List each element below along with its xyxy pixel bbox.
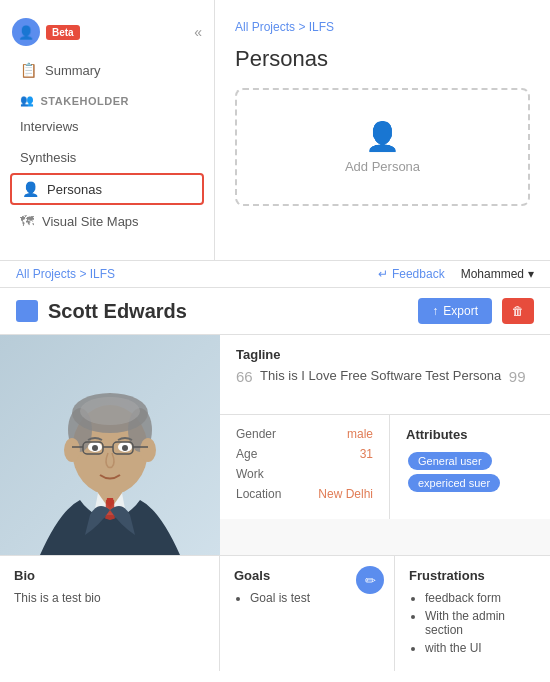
persona-portrait-svg: [0, 335, 220, 555]
location-label: Location: [236, 487, 281, 501]
summary-icon: 📋: [20, 62, 37, 78]
bio-label: Bio: [14, 568, 205, 583]
feedback-icon: ↵: [378, 267, 388, 281]
project-link[interactable]: ILFS: [309, 20, 334, 34]
sidebar-item-interviews[interactable]: Interviews: [0, 111, 214, 142]
goal-item-1: Goal is test: [250, 591, 380, 605]
gender-row: Gender male: [236, 427, 373, 441]
goals-box: Goals Goal is test ✏: [220, 556, 395, 671]
bottom-project-link[interactable]: ILFS: [90, 267, 115, 281]
export-icon: ↑: [432, 304, 438, 318]
age-label: Age: [236, 447, 257, 461]
open-quote-icon: 66: [236, 368, 253, 385]
close-quote-icon: 99: [509, 368, 526, 385]
stakeholder-icon: 👥: [20, 94, 35, 107]
frustrations-box: Frustrations feedback form With the admi…: [395, 556, 550, 671]
feedback-button[interactable]: ↵ Feedback: [378, 267, 445, 281]
work-row: Work: [236, 467, 373, 481]
sidebar-item-visual-site-maps[interactable]: 🗺 Visual Site Maps: [0, 205, 214, 237]
delete-icon: 🗑: [512, 304, 524, 318]
bottom-nav: All Projects > ILFS ↵ Feedback Mohammed …: [0, 261, 550, 288]
page-title: Personas: [235, 46, 530, 72]
top-breadcrumb: All Projects > ILFS: [235, 20, 530, 34]
age-value: 31: [360, 447, 373, 461]
sidebar-item-summary[interactable]: 📋 Summary: [0, 54, 214, 86]
add-persona-icon: 👤: [365, 120, 400, 153]
svg-point-17: [122, 445, 128, 451]
collapse-button[interactable]: «: [194, 24, 202, 40]
location-value: New Delhi: [318, 487, 373, 501]
tagline-text: 66 This is I Love Free Software Test Per…: [236, 368, 534, 385]
svg-point-16: [92, 445, 98, 451]
tagline-label: Tagline: [236, 347, 534, 362]
tagline-box: Tagline 66 This is I Love Free Software …: [220, 335, 550, 415]
persona-right: Tagline 66 This is I Love Free Software …: [220, 335, 550, 555]
svg-point-11: [80, 397, 140, 425]
add-persona-box[interactable]: 👤 Add Persona: [235, 88, 530, 206]
bottom-all-projects-link[interactable]: All Projects: [16, 267, 76, 281]
svg-point-12: [64, 438, 80, 462]
goals-list: Goal is test: [234, 591, 380, 605]
attributes-tags: General user expericed suer: [406, 450, 534, 494]
export-button[interactable]: ↑ Export: [418, 298, 492, 324]
bio-text: This is a test bio: [14, 591, 205, 605]
bottom-breadcrumb: All Projects > ILFS: [16, 267, 378, 281]
persona-photo-container: [0, 335, 220, 555]
gender-value: male: [347, 427, 373, 441]
age-row: Age 31: [236, 447, 373, 461]
persona-color-indicator: [16, 300, 38, 322]
info-attrs-row: Gender male Age 31 Work Location New Del…: [220, 415, 550, 519]
frustration-item-1: feedback form: [425, 591, 536, 605]
sidebar: 👤 Beta « 📋 Summary 👥 STAKEHOLDER Intervi…: [0, 0, 215, 260]
bottom-separator: >: [79, 267, 89, 281]
chevron-down-icon: ▾: [528, 267, 534, 281]
personas-icon: 👤: [22, 181, 39, 197]
location-row: Location New Delhi: [236, 487, 373, 501]
work-label: Work: [236, 467, 264, 481]
frustration-item-2: With the admin section: [425, 609, 536, 637]
sidebar-item-personas[interactable]: 👤 Personas: [10, 173, 204, 205]
info-box: Gender male Age 31 Work Location New Del…: [220, 415, 390, 519]
stakeholder-section: 👥 STAKEHOLDER: [0, 86, 214, 111]
visual-site-maps-icon: 🗺: [20, 213, 34, 229]
attribute-tag-general-user[interactable]: General user: [408, 452, 492, 470]
attributes-label: Attributes: [406, 427, 534, 442]
user-avatar-icon: 👤: [12, 18, 40, 46]
bottom-panel: All Projects > ILFS ↵ Feedback Mohammed …: [0, 260, 550, 671]
bio-box: Bio This is a test bio: [0, 556, 220, 671]
frustrations-list: feedback form With the admin section wit…: [409, 591, 536, 655]
gender-label: Gender: [236, 427, 276, 441]
persona-content: Tagline 66 This is I Love Free Software …: [0, 335, 550, 555]
main-area: All Projects > ILFS Personas 👤 Add Perso…: [215, 0, 550, 260]
edit-icon: ✏: [365, 573, 376, 588]
sidebar-header: 👤 Beta «: [0, 10, 214, 54]
tagline-content: This is I Love Free Software Test Person…: [260, 368, 501, 383]
svg-point-13: [140, 438, 156, 462]
add-persona-label[interactable]: Add Persona: [345, 159, 420, 174]
breadcrumb-separator: >: [298, 20, 308, 34]
persona-photo: [0, 335, 220, 555]
all-projects-link[interactable]: All Projects: [235, 20, 295, 34]
sidebar-item-synthesis[interactable]: Synthesis: [0, 142, 214, 173]
edit-goals-button[interactable]: ✏: [356, 566, 384, 594]
attributes-box: Attributes General user expericed suer: [390, 415, 550, 519]
beta-badge: Beta: [46, 25, 80, 40]
persona-name: Scott Edwards: [48, 300, 408, 323]
user-menu[interactable]: Mohammed ▾: [461, 267, 534, 281]
persona-header: Scott Edwards ↑ Export 🗑: [0, 288, 550, 335]
frustration-item-3: with the UI: [425, 641, 536, 655]
frustrations-label: Frustrations: [409, 568, 536, 583]
attribute-tag-experienced-user[interactable]: expericed suer: [408, 474, 500, 492]
delete-button[interactable]: 🗑: [502, 298, 534, 324]
bottom-sections: Bio This is a test bio Goals Goal is tes…: [0, 555, 550, 671]
